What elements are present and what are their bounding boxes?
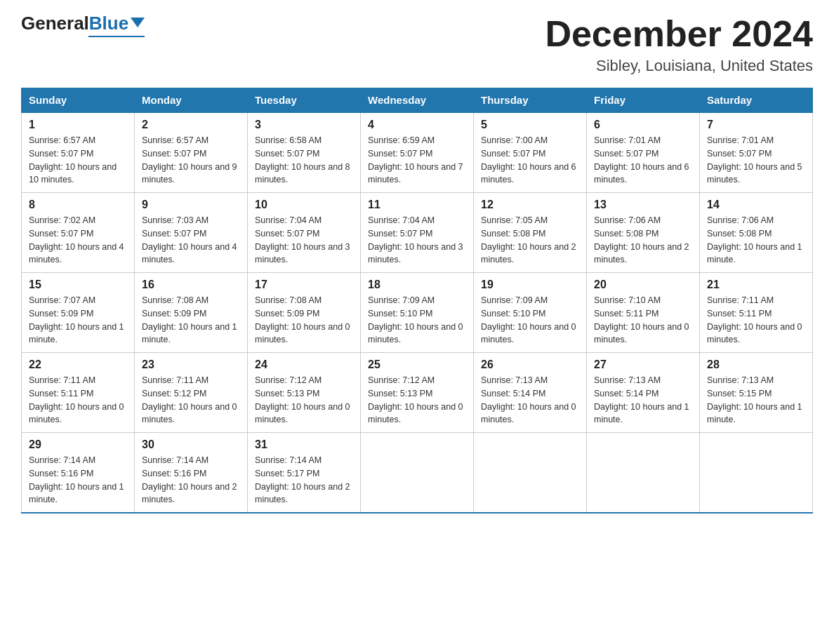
day-number: 21: [707, 279, 805, 291]
day-info: Sunrise: 6:57 AMSunset: 5:07 PMDaylight:…: [142, 134, 240, 187]
day-info: Sunrise: 7:13 AMSunset: 5:14 PMDaylight:…: [481, 374, 579, 427]
calendar-day-cell: 4Sunrise: 6:59 AMSunset: 5:07 PMDaylight…: [361, 112, 474, 193]
day-info: Sunrise: 7:09 AMSunset: 5:10 PMDaylight:…: [481, 294, 579, 347]
page-header: General Blue December 2024 Sibley, Louis…: [21, 14, 813, 75]
day-info: Sunrise: 7:09 AMSunset: 5:10 PMDaylight:…: [368, 294, 466, 347]
day-info: Sunrise: 7:11 AMSunset: 5:12 PMDaylight:…: [142, 374, 240, 427]
calendar-table: SundayMondayTuesdayWednesdayThursdayFrid…: [21, 88, 813, 514]
weekday-header-wednesday: Wednesday: [361, 88, 474, 113]
weekday-header-saturday: Saturday: [700, 88, 813, 113]
day-number: 23: [142, 358, 240, 371]
calendar-day-cell: 13Sunrise: 7:06 AMSunset: 5:08 PMDayligh…: [587, 193, 700, 273]
day-info: Sunrise: 7:11 AMSunset: 5:11 PMDaylight:…: [29, 374, 127, 427]
day-number: 7: [707, 119, 805, 131]
calendar-day-cell: 26Sunrise: 7:13 AMSunset: 5:14 PMDayligh…: [474, 353, 587, 433]
day-info: Sunrise: 7:06 AMSunset: 5:08 PMDaylight:…: [594, 214, 692, 267]
weekday-header-sunday: Sunday: [22, 88, 135, 113]
day-info: Sunrise: 7:04 AMSunset: 5:07 PMDaylight:…: [255, 214, 353, 267]
day-number: 6: [594, 119, 692, 131]
calendar-week-row: 8Sunrise: 7:02 AMSunset: 5:07 PMDaylight…: [22, 193, 813, 273]
calendar-week-row: 29Sunrise: 7:14 AMSunset: 5:16 PMDayligh…: [22, 433, 813, 514]
day-number: 16: [142, 279, 240, 291]
calendar-day-cell: 24Sunrise: 7:12 AMSunset: 5:13 PMDayligh…: [248, 353, 361, 433]
day-number: 14: [707, 199, 805, 211]
calendar-day-cell: 10Sunrise: 7:04 AMSunset: 5:07 PMDayligh…: [248, 193, 361, 273]
day-info: Sunrise: 7:07 AMSunset: 5:09 PMDaylight:…: [29, 294, 127, 347]
day-number: 17: [255, 279, 353, 291]
calendar-day-cell: 15Sunrise: 7:07 AMSunset: 5:09 PMDayligh…: [22, 273, 135, 353]
day-number: 28: [707, 358, 805, 371]
calendar-day-cell: 30Sunrise: 7:14 AMSunset: 5:16 PMDayligh…: [135, 433, 248, 514]
calendar-day-cell: [587, 433, 700, 514]
calendar-day-cell: 25Sunrise: 7:12 AMSunset: 5:13 PMDayligh…: [361, 353, 474, 433]
day-info: Sunrise: 7:08 AMSunset: 5:09 PMDaylight:…: [255, 294, 353, 347]
day-number: 30: [142, 438, 240, 451]
day-info: Sunrise: 7:05 AMSunset: 5:08 PMDaylight:…: [481, 214, 579, 267]
day-number: 19: [481, 279, 579, 291]
day-info: Sunrise: 7:00 AMSunset: 5:07 PMDaylight:…: [481, 134, 579, 187]
day-number: 20: [594, 279, 692, 291]
day-info: Sunrise: 6:58 AMSunset: 5:07 PMDaylight:…: [255, 134, 353, 187]
calendar-week-row: 22Sunrise: 7:11 AMSunset: 5:11 PMDayligh…: [22, 353, 813, 433]
day-number: 4: [368, 119, 466, 131]
day-number: 12: [481, 199, 579, 211]
day-info: Sunrise: 7:12 AMSunset: 5:13 PMDaylight:…: [255, 374, 353, 427]
logo-general-text: General: [21, 14, 89, 32]
calendar-day-cell: 3Sunrise: 6:58 AMSunset: 5:07 PMDaylight…: [248, 112, 361, 193]
logo-underline: [88, 34, 145, 37]
day-number: 18: [368, 279, 466, 291]
day-number: 29: [29, 438, 127, 451]
day-number: 15: [29, 279, 127, 291]
day-number: 10: [255, 199, 353, 211]
calendar-day-cell: 9Sunrise: 7:03 AMSunset: 5:07 PMDaylight…: [135, 193, 248, 273]
day-number: 25: [368, 358, 466, 371]
day-info: Sunrise: 7:13 AMSunset: 5:14 PMDaylight:…: [594, 374, 692, 427]
day-number: 9: [142, 199, 240, 211]
logo-blue-part: Blue: [89, 14, 145, 32]
day-info: Sunrise: 7:10 AMSunset: 5:11 PMDaylight:…: [594, 294, 692, 347]
day-number: 3: [255, 119, 353, 131]
calendar-day-cell: 12Sunrise: 7:05 AMSunset: 5:08 PMDayligh…: [474, 193, 587, 273]
day-info: Sunrise: 7:08 AMSunset: 5:09 PMDaylight:…: [142, 294, 240, 347]
calendar-day-cell: 22Sunrise: 7:11 AMSunset: 5:11 PMDayligh…: [22, 353, 135, 433]
calendar-day-cell: 7Sunrise: 7:01 AMSunset: 5:07 PMDaylight…: [700, 112, 813, 193]
weekday-header-friday: Friday: [587, 88, 700, 113]
calendar-day-cell: 28Sunrise: 7:13 AMSunset: 5:15 PMDayligh…: [700, 353, 813, 433]
day-number: 26: [481, 358, 579, 371]
day-number: 13: [594, 199, 692, 211]
day-info: Sunrise: 7:01 AMSunset: 5:07 PMDaylight:…: [707, 134, 805, 187]
calendar-header: SundayMondayTuesdayWednesdayThursdayFrid…: [22, 88, 813, 113]
day-number: 5: [481, 119, 579, 131]
weekday-header-tuesday: Tuesday: [248, 88, 361, 113]
day-info: Sunrise: 7:14 AMSunset: 5:17 PMDaylight:…: [255, 454, 353, 507]
day-info: Sunrise: 7:14 AMSunset: 5:16 PMDaylight:…: [142, 454, 240, 507]
calendar-body: 1Sunrise: 6:57 AMSunset: 5:07 PMDaylight…: [22, 112, 813, 513]
day-info: Sunrise: 7:11 AMSunset: 5:11 PMDaylight:…: [707, 294, 805, 347]
day-info: Sunrise: 7:14 AMSunset: 5:16 PMDaylight:…: [29, 454, 127, 507]
calendar-day-cell: [361, 433, 474, 514]
calendar-day-cell: 23Sunrise: 7:11 AMSunset: 5:12 PMDayligh…: [135, 353, 248, 433]
calendar-day-cell: 29Sunrise: 7:14 AMSunset: 5:16 PMDayligh…: [22, 433, 135, 514]
calendar-day-cell: 27Sunrise: 7:13 AMSunset: 5:14 PMDayligh…: [587, 353, 700, 433]
day-info: Sunrise: 6:59 AMSunset: 5:07 PMDaylight:…: [368, 134, 466, 187]
calendar-day-cell: [474, 433, 587, 514]
calendar-day-cell: 11Sunrise: 7:04 AMSunset: 5:07 PMDayligh…: [361, 193, 474, 273]
location-title: Sibley, Louisiana, United States: [545, 57, 813, 75]
calendar-day-cell: 20Sunrise: 7:10 AMSunset: 5:11 PMDayligh…: [587, 273, 700, 353]
day-number: 27: [594, 358, 692, 371]
calendar-day-cell: 21Sunrise: 7:11 AMSunset: 5:11 PMDayligh…: [700, 273, 813, 353]
day-info: Sunrise: 7:13 AMSunset: 5:15 PMDaylight:…: [707, 374, 805, 427]
logo-blue-text: Blue: [89, 14, 128, 32]
day-number: 8: [29, 199, 127, 211]
day-info: Sunrise: 7:01 AMSunset: 5:07 PMDaylight:…: [594, 134, 692, 187]
day-info: Sunrise: 7:02 AMSunset: 5:07 PMDaylight:…: [29, 214, 127, 267]
calendar-day-cell: 31Sunrise: 7:14 AMSunset: 5:17 PMDayligh…: [248, 433, 361, 514]
day-info: Sunrise: 7:12 AMSunset: 5:13 PMDaylight:…: [368, 374, 466, 427]
day-number: 31: [255, 438, 353, 451]
day-number: 24: [255, 358, 353, 371]
calendar-day-cell: 5Sunrise: 7:00 AMSunset: 5:07 PMDaylight…: [474, 112, 587, 193]
calendar-day-cell: [700, 433, 813, 514]
weekday-header-row: SundayMondayTuesdayWednesdayThursdayFrid…: [22, 88, 813, 113]
calendar-day-cell: 19Sunrise: 7:09 AMSunset: 5:10 PMDayligh…: [474, 273, 587, 353]
day-number: 11: [368, 199, 466, 211]
